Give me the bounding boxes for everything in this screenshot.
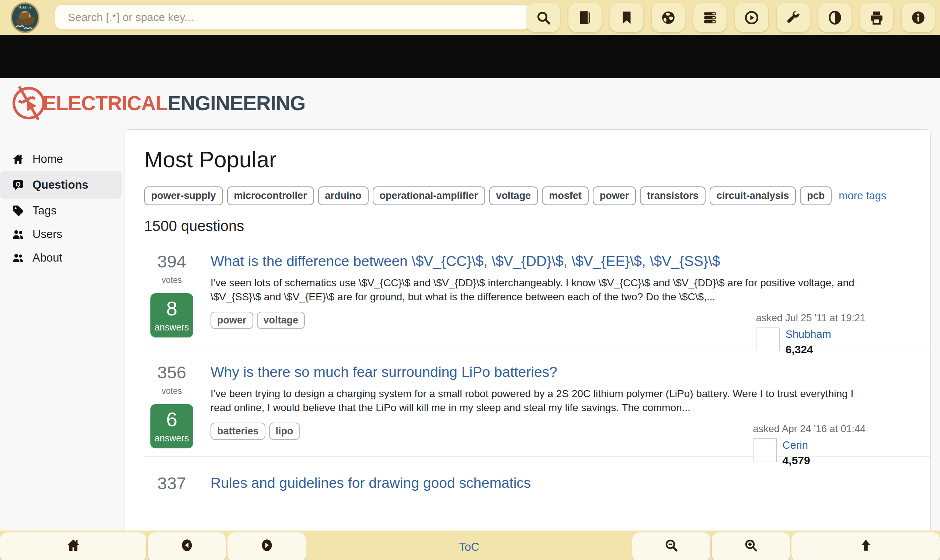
header-spacer-band (0, 35, 940, 78)
asked-timestamp: asked Jul 25 '11 at 19:21 (756, 312, 866, 324)
tag-pill[interactable]: power (593, 186, 636, 205)
sidebar-item-tags[interactable]: Tags (0, 199, 125, 223)
user-link[interactable]: Cerin (783, 439, 810, 451)
globe-icon (661, 10, 676, 25)
tag-pill[interactable]: batteries (211, 423, 265, 440)
top-toolbar: ArkFile (0, 0, 940, 35)
tag-pill[interactable]: lipo (269, 423, 300, 440)
tag-pill[interactable]: circuit-analysis (710, 186, 796, 205)
question-title-link[interactable]: What is the difference between \$V_{CC}\… (211, 253, 720, 270)
bookmark-icon (619, 10, 635, 25)
question-title-link[interactable]: Rules and guidelines for drawing good sc… (211, 474, 531, 492)
question-list: 394 votes 8 answers What is the differen… (144, 235, 931, 500)
sidebar-item-about[interactable]: About (0, 246, 125, 270)
asked-timestamp: asked Apr 24 '16 at 01:44 (753, 423, 866, 435)
search-input[interactable] (55, 5, 530, 29)
arrow-right-circle-icon (259, 538, 274, 552)
tag-pill[interactable]: operational-amplifier (373, 186, 485, 205)
question-row: 394 votes 8 answers What is the differen… (144, 235, 931, 346)
users-icon (12, 228, 24, 241)
question-stats: 337 (144, 474, 199, 492)
svg-text:ArkFile: ArkFile (19, 5, 31, 9)
printer-icon (869, 10, 885, 25)
tag-pill[interactable]: voltage (257, 312, 305, 329)
page-title: Most Popular (144, 147, 931, 172)
question-stats: 394 votes 8 answers (144, 253, 199, 337)
sidebar-item-label: Questions (32, 178, 88, 192)
tag-pill[interactable]: voltage (489, 186, 538, 205)
tag-pill[interactable]: transistors (640, 186, 706, 205)
question-row: 356 votes 6 answers Why is there so much… (144, 346, 931, 457)
zoom-out-icon (664, 538, 679, 552)
arkfile-logo[interactable]: ArkFile (9, 2, 40, 34)
svg-text:Q: Q (15, 181, 20, 188)
archive-list-button[interactable] (693, 3, 727, 32)
wrench-icon (786, 10, 801, 25)
answer-count: 6 (166, 409, 177, 429)
tag-pill[interactable]: mosfet (542, 186, 589, 205)
vote-label: votes (162, 386, 182, 396)
popular-tags-row: power-supply microcontroller arduino ope… (144, 186, 931, 205)
answer-label: answers (154, 433, 189, 443)
question-excerpt: I've seen lots of schematics use \$V_{CC… (211, 276, 867, 304)
vote-count: 356 (157, 364, 186, 381)
theme-button[interactable] (818, 3, 852, 32)
more-tags-link[interactable]: more tags (838, 190, 886, 202)
home-button[interactable] (0, 532, 146, 560)
play-circle-icon (744, 10, 760, 25)
print-button[interactable] (860, 3, 893, 32)
about-button[interactable] (901, 3, 935, 32)
tag-pill[interactable]: power (211, 312, 253, 329)
search-button[interactable] (527, 3, 560, 32)
vote-count: 337 (157, 474, 186, 492)
zoom-in-button[interactable] (712, 532, 790, 560)
toc-button[interactable]: ToC (306, 532, 632, 560)
zoom-out-button[interactable] (632, 532, 710, 560)
tag-icon (12, 205, 24, 217)
bookmarks-button[interactable] (610, 3, 643, 32)
answer-count: 8 (166, 298, 177, 318)
sidebar-item-label: Home (32, 152, 63, 166)
tag-pill[interactable]: microcontroller (227, 186, 314, 205)
toolbar-buttons (527, 3, 935, 32)
library-button[interactable] (569, 3, 602, 32)
back-button[interactable] (148, 532, 226, 560)
user-link[interactable]: Shubham (786, 328, 831, 340)
bottom-toolbar: ToC (0, 531, 940, 560)
sidebar-item-questions[interactable]: Q Questions (0, 171, 122, 199)
users-icon (12, 252, 24, 264)
zoom-in-icon (744, 538, 758, 552)
sidebar-item-users[interactable]: Users (0, 223, 125, 246)
answer-count-box: 8 answers (150, 293, 193, 337)
language-button[interactable] (652, 3, 685, 32)
answer-label: answers (154, 322, 189, 333)
auto-play-button[interactable] (735, 3, 768, 32)
home-icon (66, 538, 81, 552)
question-bubble-icon: Q (12, 179, 24, 191)
question-body: Rules and guidelines for drawing good sc… (211, 474, 926, 492)
question-count: 1500 questions (144, 218, 931, 234)
sidebar-item-label: Users (32, 228, 62, 241)
answer-count-box: 6 answers (150, 404, 193, 448)
scroll-top-button[interactable] (791, 532, 940, 560)
forward-button[interactable] (227, 532, 306, 560)
vote-label: votes (162, 275, 182, 285)
tag-pill[interactable]: pcb (800, 186, 832, 205)
search-icon (536, 10, 551, 25)
brand-secondary: ENGINEERING (167, 92, 305, 115)
sidebar-item-home[interactable]: Home (0, 148, 125, 171)
tag-pill[interactable]: arduino (318, 186, 368, 205)
home-icon (12, 153, 24, 165)
settings-button[interactable] (777, 3, 810, 32)
book-icon (577, 10, 593, 25)
tag-pill[interactable]: power-supply (144, 186, 223, 205)
question-excerpt: I've been trying to design a charging sy… (211, 387, 867, 415)
site-brand[interactable]: ELECTRICALENGINEERING (9, 84, 305, 122)
info-icon (911, 10, 926, 25)
site-title: ELECTRICALENGINEERING (43, 91, 305, 115)
question-row: 337 Rules and guidelines for drawing goo… (144, 457, 931, 500)
question-title-link[interactable]: Why is there so much fear surrounding Li… (211, 364, 557, 381)
contrast-icon (827, 10, 843, 25)
electrical-engineering-logo-icon (9, 84, 48, 122)
main-content-card: Most Popular power-supply microcontrolle… (125, 129, 931, 560)
